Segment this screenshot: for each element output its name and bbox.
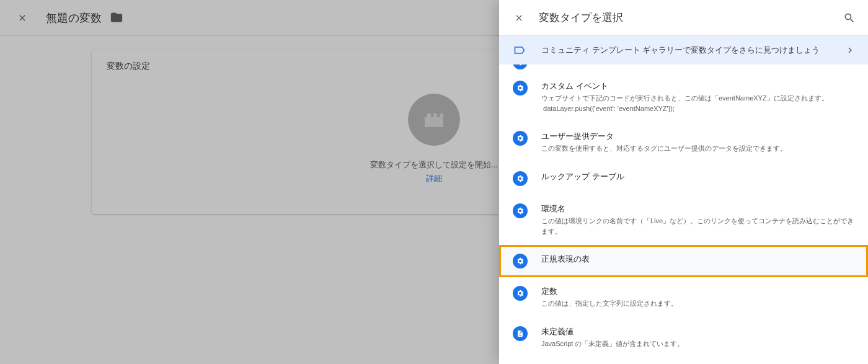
row-body: 未定義値JavaScript の「未定義」値が含まれています。: [541, 326, 856, 349]
variable-type-item[interactable]: 定数この値は、指定した文字列に設定されます。: [499, 277, 868, 317]
gear-icon: [513, 131, 528, 146]
variable-type-list: カスタム イベントウェブサイトで下記のコードが実行されると、この値は「event…: [499, 64, 868, 364]
folder-icon[interactable]: [110, 11, 124, 25]
row-desc: JavaScript の「未定義」値が含まれています。: [541, 339, 856, 349]
row-body: 正規表現の表: [541, 254, 856, 269]
row-title: 正規表現の表: [541, 254, 856, 265]
close-icon[interactable]: [510, 9, 528, 27]
row-title: 未定義値: [541, 326, 856, 337]
row-title: カスタム イベント: [541, 81, 856, 92]
row-title: 環境名: [541, 203, 856, 215]
variable-type-drawer: 変数タイプを選択 コミュニティ テンプレート ギャラリーで変数タイプをさらに見つ…: [499, 0, 868, 364]
drawer-header: 変数タイプを選択: [499, 0, 868, 36]
doc-icon: [513, 326, 528, 341]
drawer-title: 変数タイプを選択: [539, 11, 842, 25]
variable-type-item[interactable]: 環境名この値は環境リンクの名前です（「Live」など）。このリンクを使ってコンテ…: [499, 195, 868, 245]
gear-icon: [513, 64, 528, 69]
variable-title[interactable]: 無題の変数: [46, 11, 102, 25]
variable-type-item[interactable]: ルックアップ テーブル: [499, 162, 868, 195]
row-desc: この変数を使用すると、対応するタグにユーザー提供のデータを設定できます。: [541, 143, 856, 154]
list-item-partial: [499, 64, 868, 72]
block-icon: [408, 94, 460, 146]
gear-icon: [513, 171, 528, 186]
variable-type-item[interactable]: カスタム イベントウェブサイトで下記のコードが実行されると、この値は「event…: [499, 72, 868, 122]
banner-text: コミュニティ テンプレート ギャラリーで変数タイプをさらに見つけましょう: [541, 45, 844, 56]
row-desc: この値は、指定した文字列に設定されます。: [541, 298, 856, 309]
row-code: dataLayer.push({'event': 'eventNameXYZ'}…: [541, 104, 856, 114]
tag-icon: [513, 43, 526, 57]
row-body: ユーザー提供データこの変数を使用すると、対応するタグにユーザー提供のデータを設定…: [541, 131, 856, 154]
row-body: カスタム イベントウェブサイトで下記のコードが実行されると、この値は「event…: [541, 81, 856, 113]
variable-type-item[interactable]: 正規表現の表: [499, 245, 868, 277]
empty-text: 変数タイプを選択して設定を開始...: [370, 159, 498, 171]
gear-icon: [513, 81, 528, 95]
variable-type-item[interactable]: 未定義値JavaScript の「未定義」値が含まれています。: [499, 317, 868, 358]
search-icon[interactable]: [842, 11, 857, 25]
row-body: 環境名この値は環境リンクの名前です（「Live」など）。このリンクを使ってコンテ…: [541, 203, 856, 236]
gear-icon: [513, 254, 528, 269]
row-title: ルックアップ テーブル: [541, 171, 856, 182]
chevron-right-icon: [844, 45, 856, 56]
gear-icon: [513, 286, 528, 301]
gear-icon: [513, 203, 528, 218]
row-desc: ウェブサイトで下記のコードが実行されると、この値は「eventNameXYZ」に…: [541, 93, 856, 104]
details-link[interactable]: 詳細: [426, 173, 442, 184]
row-body: 定数この値は、指定した文字列に設定されます。: [541, 286, 856, 309]
row-title: 定数: [541, 286, 856, 297]
community-gallery-banner[interactable]: コミュニティ テンプレート ギャラリーで変数タイプをさらに見つけましょう: [499, 36, 868, 64]
row-desc: この値は環境リンクの名前です（「Live」など）。このリンクを使ってコンテナを読…: [541, 216, 856, 236]
row-body: ルックアップ テーブル: [541, 171, 856, 186]
variable-type-item[interactable]: 乱数値は 0 から 2147483647 までの乱数に設定されます。: [499, 357, 868, 364]
row-title: ユーザー提供データ: [541, 131, 856, 142]
variable-type-item[interactable]: ユーザー提供データこの変数を使用すると、対応するタグにユーザー提供のデータを設定…: [499, 122, 868, 162]
close-icon[interactable]: [14, 9, 31, 27]
